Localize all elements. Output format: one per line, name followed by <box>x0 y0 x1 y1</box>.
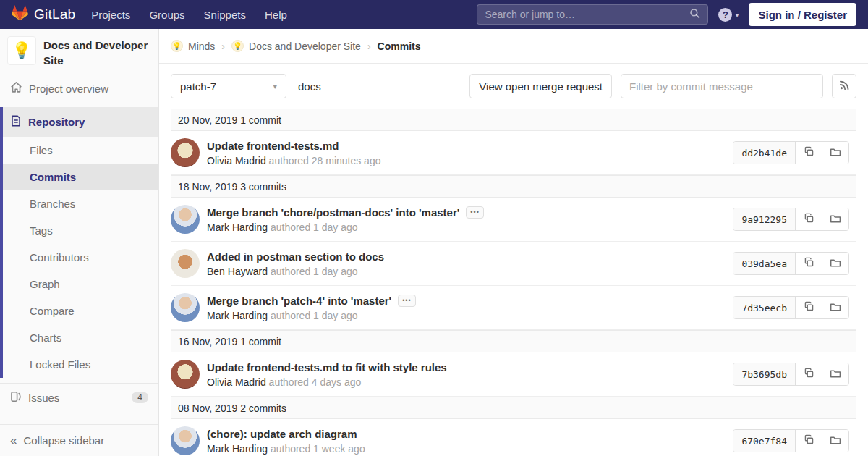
commit-sha-link[interactable]: 9a912295 <box>733 208 795 230</box>
branch-selector[interactable]: patch-7 ▾ <box>171 74 286 98</box>
sidebar-item-graph[interactable]: Graph <box>3 271 158 297</box>
breadcrumb-label: Docs and Developer Site <box>249 41 361 52</box>
commit-date-header: 08 Nov, 2019 2 commits <box>171 397 856 419</box>
sidebar-item-commits[interactable]: Commits <box>3 164 158 190</box>
commit-sha-group: 7d35eecb <box>733 296 849 319</box>
avatar[interactable] <box>171 426 200 455</box>
sidebar-item-tags[interactable]: Tags <box>3 217 158 244</box>
help-icon: ? <box>718 8 732 22</box>
copy-sha-button[interactable] <box>795 142 822 164</box>
copy-sha-button[interactable] <box>795 297 822 318</box>
commit-sha-link[interactable]: 670e7f84 <box>733 430 795 452</box>
navbar-link-snippets[interactable]: Snippets <box>204 9 246 21</box>
avatar[interactable] <box>171 249 200 278</box>
commit-sha-group: 039da5ea <box>733 252 849 275</box>
rss-feed-button[interactable] <box>832 74 856 98</box>
gitlab-logo[interactable]: GitLab <box>12 5 75 24</box>
avatar[interactable] <box>171 205 200 234</box>
help-menu[interactable]: ? ▾ <box>718 8 739 22</box>
sidebar-item-repository[interactable]: Repository <box>3 107 158 137</box>
commit-title-link[interactable]: Added in postman section to docs <box>207 250 384 263</box>
sidebar-item-label: Charts <box>30 332 61 344</box>
commit-title-line: (chore): update arch diagram <box>207 428 733 440</box>
browse-files-button[interactable] <box>822 297 848 318</box>
sidebar-item-label: Commits <box>30 171 76 183</box>
sidebar-item-charts[interactable]: Charts <box>3 324 158 351</box>
commit-filter-input[interactable] <box>621 74 823 98</box>
browse-files-button[interactable] <box>822 363 848 385</box>
breadcrumb-group-link[interactable]: 💡 Minds <box>171 40 215 52</box>
commit-info: Merge branch 'chore/postman-docs' into '… <box>207 206 733 233</box>
avatar[interactable] <box>171 360 200 389</box>
global-search[interactable] <box>477 4 708 25</box>
toggle-commit-description-button[interactable]: ••• <box>466 206 483 219</box>
browse-files-button[interactable] <box>822 253 848 274</box>
double-chevron-left-icon: « <box>10 434 17 447</box>
project-avatar: 💡 <box>7 36 36 65</box>
commit-sha-group: 7b3695db <box>733 363 849 386</box>
copy-icon <box>804 146 814 159</box>
main-content: 💡 Minds › 💡 Docs and Developer Site › Co… <box>159 0 868 456</box>
commit-author-link[interactable]: Ben Hayward <box>207 266 268 277</box>
commit-title-link[interactable]: Merge branch 'chore/postman-docs' into '… <box>207 206 459 219</box>
view-open-merge-request-button[interactable]: View open merge request <box>469 74 612 98</box>
sidebar-item-compare[interactable]: Compare <box>3 297 158 324</box>
sign-in-register-button[interactable]: Sign in / Register <box>749 3 856 26</box>
navbar-link-projects[interactable]: Projects <box>91 9 130 21</box>
commit-title-link[interactable]: (chore): update arch diagram <box>207 428 357 440</box>
commit-author-link[interactable]: Mark Harding <box>207 443 268 455</box>
commit-author-link[interactable]: Mark Harding <box>207 221 268 233</box>
avatar[interactable] <box>171 293 200 322</box>
commit-info: Added in postman section to docsBen Hayw… <box>207 250 733 277</box>
commit-title-link[interactable]: Update frontend-tests.md to fit with sty… <box>207 361 447 373</box>
commit-author-link[interactable]: Olivia Madrid <box>207 155 266 166</box>
sidebar-item-label: Files <box>30 144 53 156</box>
navbar-link-groups[interactable]: Groups <box>149 9 184 21</box>
commit-sha-link[interactable]: 7d35eecb <box>733 297 795 318</box>
sidebar-item-label: Locked Files <box>30 358 90 371</box>
commit-row: Update frontend-tests.md to fit with sty… <box>171 352 856 397</box>
tanuki-icon <box>12 5 28 24</box>
folder-icon <box>830 213 841 227</box>
sidebar-item-files[interactable]: Files <box>3 137 158 164</box>
commit-sha-link[interactable]: 7b3695db <box>733 363 795 385</box>
commit-date-header: 16 Nov, 2019 1 commit <box>171 330 856 352</box>
commit-author-link[interactable]: Olivia Madrid <box>207 376 266 388</box>
commit-sha-link[interactable]: 039da5ea <box>733 253 795 274</box>
breadcrumb-project-link[interactable]: 💡 Docs and Developer Site <box>231 40 361 52</box>
commit-sha-link[interactable]: dd2b41de <box>733 142 795 164</box>
sidebar-item-issues[interactable]: Issues 4 <box>0 385 158 410</box>
navbar-link-help[interactable]: Help <box>265 9 287 21</box>
browse-files-button[interactable] <box>822 142 848 164</box>
navbar-links: ProjectsGroupsSnippetsHelp <box>91 9 287 21</box>
browse-files-button[interactable] <box>822 208 848 230</box>
sidebar-item-contributors[interactable]: Contributors <box>3 244 158 271</box>
copy-sha-button[interactable] <box>795 363 822 385</box>
project-header[interactable]: 💡 Docs and Developer Site <box>0 29 158 75</box>
search-input[interactable] <box>485 9 689 20</box>
brand-name: GitLab <box>34 7 75 22</box>
chevron-down-icon: ▾ <box>273 82 277 91</box>
copy-icon <box>804 257 814 270</box>
commit-sha-group: 670e7f84 <box>733 429 849 452</box>
commit-title-link[interactable]: Merge branch 'patch-4' into 'master' <box>207 295 391 307</box>
collapse-sidebar-button[interactable]: « Collapse sidebar <box>0 425 158 456</box>
sidebar-item-locked-files[interactable]: Locked Files <box>3 351 158 378</box>
path-label: docs <box>298 80 321 93</box>
commit-row: Added in postman section to docsBen Hayw… <box>171 242 856 286</box>
sidebar-item-branches[interactable]: Branches <box>3 190 158 217</box>
commit-title-link[interactable]: Update frontend-tests.md <box>207 140 339 152</box>
copy-sha-button[interactable] <box>795 208 822 230</box>
top-navbar: GitLab ProjectsGroupsSnippetsHelp ? ▾ Si… <box>0 0 868 29</box>
project-avatar-small: 💡 <box>231 40 244 52</box>
commit-author-link[interactable]: Mark Harding <box>207 310 268 321</box>
avatar[interactable] <box>171 138 200 167</box>
breadcrumb-current: Commits <box>378 41 421 52</box>
sidebar-item-project-overview[interactable]: Project overview <box>0 75 158 101</box>
toggle-commit-description-button[interactable]: ••• <box>398 295 415 307</box>
browse-files-button[interactable] <box>822 430 848 452</box>
copy-sha-button[interactable] <box>795 430 822 452</box>
copy-icon <box>804 368 814 381</box>
search-icon[interactable] <box>689 8 700 22</box>
copy-sha-button[interactable] <box>795 253 822 274</box>
